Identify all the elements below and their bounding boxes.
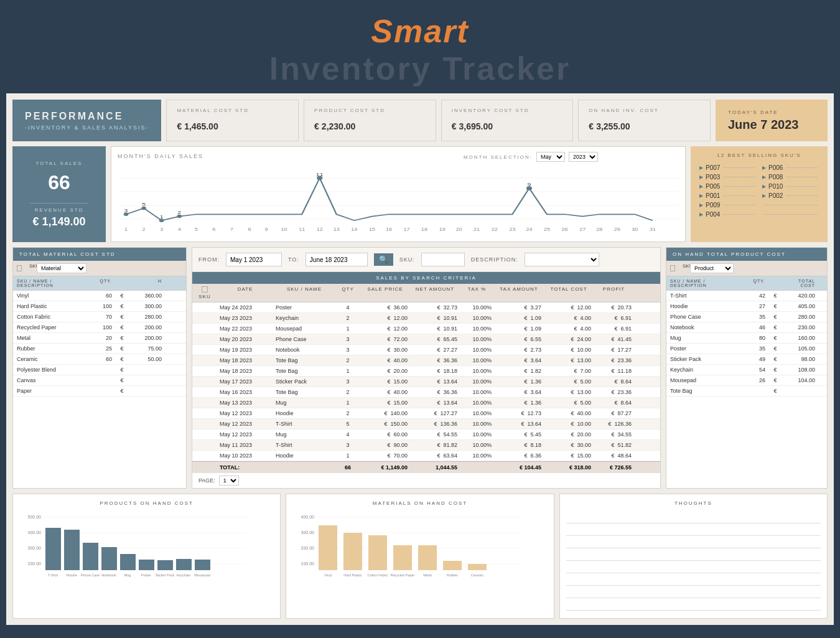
sku-label: P001 — [706, 192, 720, 199]
mat-name: Metal — [13, 333, 88, 343]
svg-text:11: 11 — [316, 172, 324, 177]
metrics-group: MATERIAL COST STD €1,465.00 PRODUCT COST… — [166, 100, 711, 141]
onhand-sku-label: SKU — [679, 261, 686, 276]
sku-grid: ▶ P007 ▶ P006 ▶ P003 ▶ P008 — [699, 164, 819, 218]
inventory-cost-symbol: € — [452, 121, 457, 131]
perf-title: PERFORMANCE — [25, 111, 149, 122]
desc-dropdown[interactable] — [525, 253, 599, 266]
row-id — [192, 303, 217, 312]
material-cost-symbol: € — [177, 121, 182, 131]
svg-text:Metal: Metal — [424, 573, 432, 577]
svg-text:T-Shirt: T-Shirt — [48, 573, 58, 577]
svg-text:Rubber: Rubber — [447, 573, 458, 577]
month-selection: MONTH SELECTION: MayJuneJuly 2023 — [464, 152, 598, 162]
product-cost-number: 2,230.00 — [322, 121, 356, 131]
table-row: T-Shirt 42 € 420.00 — [666, 291, 827, 301]
col-id: SKU — [192, 284, 217, 302]
prod-qty: 42 — [741, 291, 769, 301]
prod-name: Sticker Pack — [666, 354, 741, 364]
to-input[interactable] — [306, 253, 368, 266]
table-row: Paper € — [13, 386, 186, 396]
svg-text:5: 5 — [195, 227, 198, 232]
material-table-card: TOTAL MATERIAL COST STD SKU Material SKU… — [12, 247, 187, 489]
svg-text:12: 12 — [317, 227, 323, 232]
material-cost-card: MATERIAL COST STD €1,465.00 — [166, 100, 299, 141]
date-label: TODAY'S DATE — [728, 110, 778, 115]
onhand-checkbox[interactable] — [666, 261, 679, 276]
middle-row: TOTAL SALES 66 REVENUE STD € 1,149.00 MO… — [12, 146, 828, 242]
sku-arrow-icon: ▶ — [762, 184, 766, 189]
col-profit: PROFIT — [594, 284, 634, 302]
sku-checkbox[interactable] — [13, 261, 26, 276]
svg-text:19: 19 — [439, 227, 446, 232]
onhand-col-header-2: SKU / NAME / DESCRIPTION QTY. TOTAL COST — [666, 276, 827, 291]
sku-label: P004 — [706, 211, 720, 218]
sku-arrow-icon: ▶ — [699, 193, 703, 199]
thoughts-title: THOUGHTS — [566, 500, 821, 506]
mat-amt: 50.00 — [128, 354, 166, 364]
month-dropdown[interactable]: MayJuneJuly — [536, 152, 565, 162]
onhand-dropdown[interactable]: Product — [690, 263, 734, 273]
page-dropdown[interactable]: 12 — [219, 476, 239, 486]
mat-name: Cotton Fabric — [13, 312, 88, 322]
prod-qty: 49 — [741, 354, 769, 364]
header: Smart Inventory Tracker — [0, 0, 840, 93]
date-card: TODAY'S DATE June 7 2023 — [716, 100, 828, 141]
material-dropdown[interactable]: Material — [37, 263, 86, 273]
sku-arrow-icon: ▶ — [699, 184, 703, 189]
year-dropdown[interactable]: 2023 — [569, 152, 598, 162]
row-date: May 24 2023 — [217, 303, 273, 312]
col-checkbox[interactable] — [202, 286, 208, 293]
table-row: Ceramic 60 € 50.00 — [13, 354, 186, 365]
prod-amt: 230.00 — [782, 322, 819, 332]
product-cost-value: €2,230.00 — [314, 117, 426, 133]
prod-qty: 80 — [741, 333, 769, 343]
col-price: SALE PRICE — [360, 284, 410, 302]
svg-text:22: 22 — [492, 227, 498, 232]
inventory-cost-label: INVENTORY COST STD — [452, 108, 563, 113]
table-row: Hard Plastic 100 € 300.00 — [13, 301, 186, 312]
svg-text:18: 18 — [421, 227, 428, 232]
products-bar-chart: 500.00 400.00 300.00 200.00 — [19, 511, 274, 586]
prod-curr: € — [769, 291, 782, 301]
svg-text:Keychain: Keychain — [177, 573, 191, 577]
sku-input[interactable] — [421, 253, 465, 266]
mat-curr: € — [116, 344, 128, 354]
sku-item — [762, 211, 819, 218]
mat-qty — [88, 386, 116, 396]
sku-label: SKU: — [399, 256, 415, 263]
svg-text:5: 5 — [142, 202, 146, 207]
onhand-table-body: T-Shirt 42 € 420.00 Hoodie 27 € 405.00 P… — [666, 291, 827, 396]
svg-rect-81 — [319, 525, 337, 570]
product-cost-card: PRODUCT COST STD €2,230.00 — [304, 100, 436, 141]
thoughts-lines — [566, 512, 821, 611]
col-qty: QTY — [335, 284, 360, 302]
date-value: June 7 2023 — [728, 118, 798, 132]
prod-name: Phone Case — [666, 312, 741, 322]
sales-row: May 13 2023 Mug 1 € 15.00 € 13.64 10.00%… — [192, 398, 660, 408]
search-button[interactable]: 🔍 — [374, 253, 393, 266]
svg-text:Phone Case: Phone Case — [81, 573, 100, 577]
mat-curr: € — [116, 375, 128, 385]
mat-curr: € — [116, 386, 128, 396]
mat-name: Ceramic — [13, 354, 88, 364]
onhand-cost-label: ON HAND INV. COST — [589, 108, 700, 113]
svg-rect-83 — [368, 535, 387, 570]
from-input[interactable] — [226, 253, 282, 266]
sales-table-title: SALES BY SEARCH CRITERIA — [192, 272, 660, 284]
sales-row: May 11 2023 T-Shirt 3 € 90.00 € 81.82 10… — [192, 440, 660, 451]
sku-label: P007 — [706, 164, 720, 171]
prod-name: T-Shirt — [666, 291, 741, 301]
prod-curr: € — [769, 375, 782, 385]
row-net: € 32.73 — [410, 303, 460, 312]
prod-name: Tote Bag — [666, 386, 741, 396]
svg-text:29: 29 — [614, 227, 621, 232]
table-row: Polyester Blend € — [13, 365, 186, 375]
sku-item: ▶ P007 — [699, 164, 756, 171]
sku-item: ▶ P001 — [699, 192, 756, 199]
page-label: PAGE: — [198, 477, 215, 484]
table-row: Tote Bag € — [666, 386, 827, 396]
svg-text:2: 2 — [177, 210, 181, 215]
mat-name: Recycled Paper — [13, 322, 88, 332]
total-sales-label: TOTAL SALES — [36, 161, 83, 166]
